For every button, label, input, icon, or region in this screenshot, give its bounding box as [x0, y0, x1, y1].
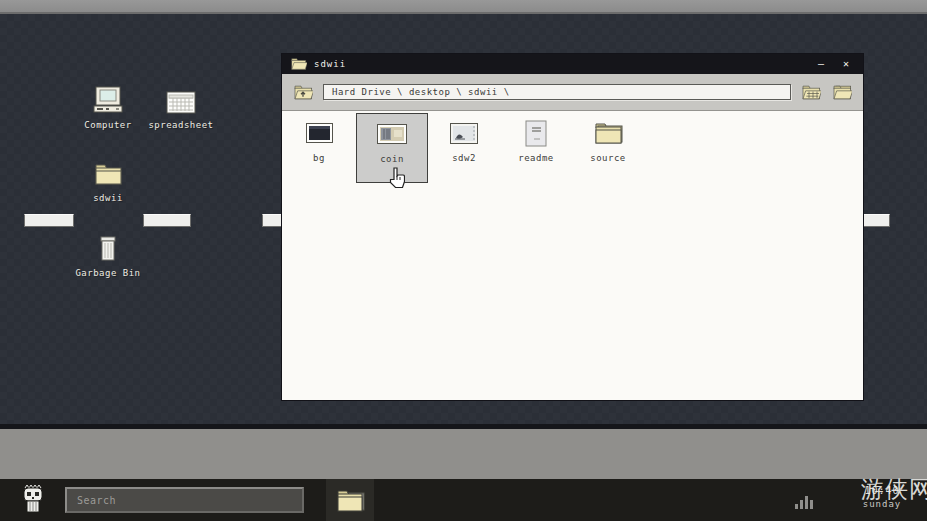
start-skull-button[interactable] — [20, 484, 46, 516]
desktop-icon-label: Computer — [72, 120, 144, 130]
file-label: coin — [357, 154, 427, 164]
window-folder-icon — [290, 57, 307, 71]
minimize-button[interactable]: – — [812, 57, 830, 71]
trash-icon — [72, 232, 144, 262]
image-thumbnail-icon — [428, 113, 500, 153]
search-input[interactable] — [67, 490, 302, 512]
view-grid-folder-button[interactable] — [800, 83, 822, 101]
file-item-sdw2[interactable]: sdw2 — [428, 113, 500, 183]
folder-icon — [72, 157, 144, 187]
taskbar-window-button[interactable] — [326, 479, 374, 521]
activity-bars-icon[interactable] — [795, 491, 815, 509]
new-folder-button[interactable] — [831, 83, 853, 101]
file-item-readme[interactable]: readme — [500, 113, 572, 183]
screen: Computer spreadsheet — [0, 0, 927, 521]
close-button[interactable]: ✕ — [837, 57, 855, 71]
window-title: sdwii — [314, 59, 346, 69]
taskbar: 10:40 sunday — [0, 479, 927, 521]
desktop-icon-garbage-bin[interactable]: Garbage Bin — [72, 232, 144, 278]
desktop-shelf-bar — [862, 214, 890, 227]
window-toolbar: Hard Drive \ desktop \ sdwii \ — [282, 74, 863, 111]
desktop-shelf-bar — [24, 214, 74, 227]
folder-icon — [335, 487, 365, 514]
file-item-source[interactable]: source — [572, 113, 644, 183]
file-label: source — [572, 153, 644, 163]
desktop-icon-label: sdwii — [72, 193, 144, 203]
file-label: readme — [500, 153, 572, 163]
clock-time: 10:40 — [846, 485, 918, 496]
desktop-icon-spreadsheet[interactable]: spreadsheet — [145, 84, 217, 130]
clock: 10:40 sunday — [846, 485, 918, 509]
computer-icon — [72, 84, 144, 114]
file-label: bg — [283, 153, 355, 163]
desktop-shelf-bar — [143, 214, 191, 227]
image-thumbnail-icon — [283, 113, 355, 153]
path-text: Hard Drive \ desktop \ sdwii \ — [332, 87, 510, 97]
top-bar — [0, 0, 927, 14]
file-item-bg[interactable]: bg — [283, 113, 355, 183]
dock-shelf — [0, 429, 927, 479]
file-manager-window: sdwii – ✕ Hard Drive \ desktop \ sdwii \ — [281, 53, 864, 401]
desktop-icon-computer[interactable]: Computer — [72, 84, 144, 130]
folder-up-button[interactable] — [292, 83, 314, 101]
file-label: sdw2 — [428, 153, 500, 163]
document-icon — [500, 113, 572, 153]
clock-day: sunday — [846, 499, 918, 509]
image-thumbnail-icon — [357, 114, 427, 154]
desktop-icon-label: Garbage Bin — [72, 268, 144, 278]
desktop-icon-label: spreadsheet — [145, 120, 217, 130]
window-titlebar[interactable]: sdwii – ✕ — [282, 54, 863, 74]
path-field[interactable]: Hard Drive \ desktop \ sdwii \ — [323, 84, 791, 100]
file-item-coin[interactable]: coin — [356, 113, 428, 183]
search-box[interactable] — [65, 487, 304, 513]
desktop-icon-sdwii[interactable]: sdwii — [72, 157, 144, 203]
folder-icon — [572, 113, 644, 153]
file-list[interactable]: bg coin — [282, 111, 863, 400]
spreadsheet-icon — [145, 84, 217, 114]
